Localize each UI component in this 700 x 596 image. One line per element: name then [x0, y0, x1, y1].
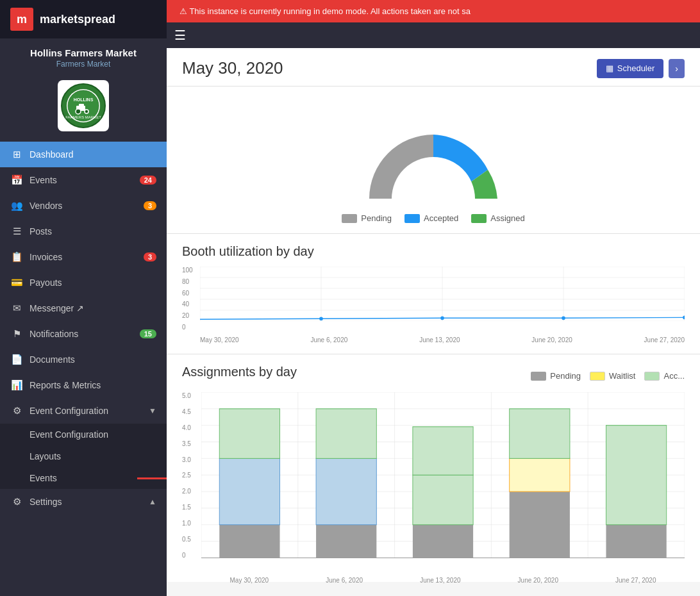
pending-bar-label: Pending	[550, 371, 581, 381]
dashboard-icon: ⊞	[10, 149, 23, 160]
demo-banner: ⚠ This instance is currently running in …	[167, 0, 700, 22]
sidebar-item-invoices[interactable]: 📋 Invoices 3	[0, 244, 167, 270]
svg-text:FARMERS MARKET: FARMERS MARKET	[65, 115, 101, 119]
waitlist-label: Waitlist	[609, 371, 635, 381]
settings-icon: ⚙	[10, 496, 23, 508]
main-content: ⚠ This instance is currently running in …	[167, 0, 700, 596]
sidebar-item-label: Invoices	[29, 252, 137, 262]
booth-line-svg	[200, 267, 685, 321]
booth-utilization-section: Booth utilization by day 100 80 60 40 20…	[167, 234, 700, 354]
sidebar-item-label: Documents	[29, 354, 156, 365]
org-name: Hollins Farmers Market	[10, 47, 156, 58]
sidebar-item-documents[interactable]: 📄 Documents	[0, 347, 167, 372]
sidebar-item-notifications[interactable]: ⚑ Notifications 15	[0, 321, 167, 347]
accepted-bar-swatch	[644, 372, 660, 381]
sidebar-item-label: Reports & Metrics	[29, 380, 156, 390]
demo-banner-text: ⚠ This instance is currently running in …	[179, 6, 471, 16]
event-config-icon: ⚙	[10, 405, 23, 417]
gauge-legend: Pending Accepted Assigned	[342, 213, 524, 223]
assignments-title: Assignments by day	[182, 365, 297, 379]
accepted-swatch	[404, 214, 420, 223]
event-config-subitems: Event Configuration Layouts Events	[0, 424, 167, 489]
assigned-swatch	[471, 214, 487, 223]
events-badge: 24	[140, 176, 156, 185]
bar-may30-accepted	[219, 458, 279, 524]
sidebar-subitem-events[interactable]: Events	[0, 467, 167, 489]
bar-jun20-assigned	[510, 409, 570, 459]
red-arrow-events	[137, 474, 167, 483]
bar-y-labels: 5.0 4.5 4.0 3.5 3.0 2.5 2.0 1.5 1.0 0.5 …	[182, 392, 201, 572]
sidebar-item-payouts[interactable]: 💳 Payouts	[0, 270, 167, 295]
assignments-section: Assignments by day Pending Waitlist Acc.…	[167, 354, 700, 582]
accepted-bar-label: Acc...	[663, 371, 685, 381]
sidebar-item-label: Posts	[29, 226, 156, 236]
hamburger-button[interactable]: ☰	[167, 22, 194, 48]
legend-waitlist-bar: Waitlist	[590, 371, 635, 381]
sidebar-item-messenger[interactable]: ✉ Messenger ↗	[0, 295, 167, 321]
scheduler-button[interactable]: ▦ Scheduler	[597, 59, 664, 78]
chevron-down-icon: ▼	[149, 406, 156, 415]
bar-jun13-pending	[413, 525, 473, 558]
sidebar-item-label: Settings	[29, 497, 142, 507]
sidebar-item-events[interactable]: 📅 Events 24	[0, 167, 167, 193]
svg-rect-5	[79, 104, 84, 107]
sidebar-subitem-layouts[interactable]: Layouts	[0, 445, 167, 467]
svg-point-7	[85, 110, 88, 113]
gauge-chart	[331, 99, 536, 208]
sidebar-item-label: Vendors	[29, 201, 137, 211]
bar-chart-area: May 30, 2020 June 6, 2020 June 13, 2020 …	[201, 392, 685, 572]
gauge-section: Pending Accepted Assigned	[167, 87, 700, 234]
svg-point-21	[319, 317, 323, 320]
assigned-label: Assigned	[490, 213, 524, 223]
date-header: May 30, 2020 ▦ Scheduler ›	[167, 48, 700, 87]
booth-x-labels: May 30, 2020 June 6, 2020 June 13, 2020 …	[200, 336, 685, 344]
messenger-icon: ✉	[10, 302, 23, 314]
sidebar-item-label: Payouts	[29, 277, 156, 288]
bar-x-labels: May 30, 2020 June 6, 2020 June 13, 2020 …	[201, 577, 685, 584]
waitlist-swatch	[590, 372, 605, 381]
sidebar-item-settings[interactable]: ⚙ Settings ▲	[0, 489, 167, 515]
notifications-badge: 15	[140, 329, 156, 338]
org-type: Farmers Market	[10, 60, 156, 69]
scheduler-label: Scheduler	[617, 63, 655, 73]
next-button[interactable]: ›	[669, 59, 685, 78]
booth-chart-title: Booth utilization by day	[182, 244, 685, 259]
svg-text:HOLLINS: HOLLINS	[74, 97, 94, 102]
sidebar-item-dashboard[interactable]: ⊞ Dashboard	[0, 142, 167, 167]
sidebar: m marketspread Hollins Farmers Market Fa…	[0, 0, 167, 596]
svg-point-23	[562, 316, 565, 320]
reports-icon: 📊	[10, 379, 23, 391]
invoices-badge: 3	[144, 252, 156, 261]
org-avatar-wrap: HOLLINS FARMERS MARKET	[0, 74, 167, 142]
svg-point-6	[76, 109, 81, 114]
top-bar: ☰	[167, 22, 700, 48]
posts-icon: ☰	[10, 226, 23, 237]
documents-icon: 📄	[10, 354, 23, 365]
sidebar-item-label: Event Configuration	[29, 406, 142, 416]
legend-pending-bar: Pending	[531, 371, 581, 381]
bar-jun13-assigned2	[413, 427, 473, 475]
accepted-label: Accepted	[424, 213, 458, 223]
svg-point-22	[440, 316, 444, 320]
bar-chart-container: 5.0 4.5 4.0 3.5 3.0 2.5 2.0 1.5 1.0 0.5 …	[182, 392, 685, 572]
sidebar-subitem-applications[interactable]: Event Configuration	[0, 424, 167, 445]
app-logo: m	[10, 8, 33, 31]
notifications-icon: ⚑	[10, 328, 23, 340]
org-info: Hollins Farmers Market Farmers Market	[0, 38, 167, 74]
legend-pending: Pending	[342, 213, 392, 223]
chevron-up-icon: ▲	[149, 497, 156, 506]
legend-accepted: Accepted	[404, 213, 458, 223]
org-logo-svg: HOLLINS FARMERS MARKET	[61, 83, 106, 128]
sidebar-item-reports[interactable]: 📊 Reports & Metrics	[0, 372, 167, 398]
pending-bar-swatch	[531, 372, 546, 381]
bar-jun6-accepted	[316, 458, 376, 524]
sidebar-item-event-configuration[interactable]: ⚙ Event Configuration ▼	[0, 398, 167, 424]
sidebar-item-posts[interactable]: ☰ Posts	[0, 219, 167, 244]
sidebar-item-vendors[interactable]: 👥 Vendors 3	[0, 193, 167, 219]
sidebar-item-label: Notifications	[29, 329, 133, 339]
sidebar-item-label: Dashboard	[29, 149, 156, 160]
invoices-icon: 📋	[10, 251, 23, 263]
org-avatar: HOLLINS FARMERS MARKET	[58, 80, 109, 131]
svg-point-24	[683, 316, 685, 320]
assignments-header: Assignments by day Pending Waitlist Acc.…	[182, 365, 685, 387]
